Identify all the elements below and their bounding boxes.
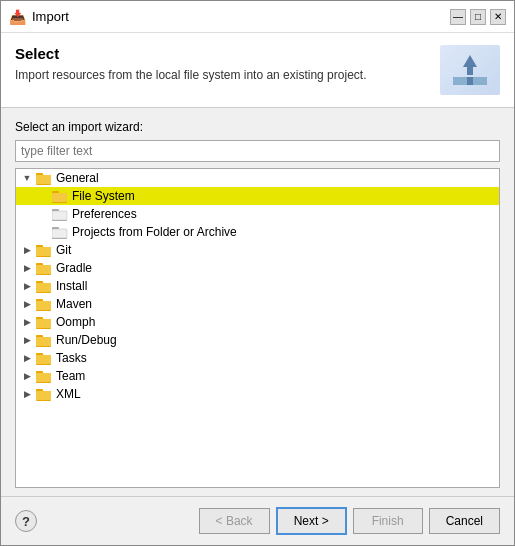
help-button[interactable]: ?	[15, 510, 37, 532]
header-description: Import resources from the local file sys…	[15, 68, 440, 82]
folder-icon-general	[36, 171, 52, 185]
chevron-gradle: ▶	[20, 261, 34, 275]
tree-item-team[interactable]: ▶ Team	[16, 367, 499, 385]
svg-marker-0	[463, 55, 477, 75]
tree-item-git[interactable]: ▶ Git	[16, 241, 499, 259]
spacer-projects	[20, 225, 34, 239]
filter-input[interactable]	[15, 140, 500, 162]
svg-rect-9	[52, 193, 67, 202]
tree-item-filesystem[interactable]: File System	[16, 187, 499, 205]
svg-rect-15	[52, 229, 67, 238]
svg-rect-36	[36, 355, 51, 364]
rundebug-label: Run/Debug	[56, 333, 117, 347]
install-label: Install	[56, 279, 87, 293]
svg-rect-6	[36, 175, 51, 184]
cancel-button[interactable]: Cancel	[429, 508, 500, 534]
tree-item-oomph[interactable]: ▶ Oomph	[16, 313, 499, 331]
content-section: Select an import wizard: ▼ General	[1, 108, 514, 496]
tree-item-tasks[interactable]: ▶ Tasks	[16, 349, 499, 367]
wizard-label: Select an import wizard:	[15, 120, 500, 134]
next-button[interactable]: Next >	[276, 507, 347, 535]
chevron-git: ▶	[20, 243, 34, 257]
minimize-button[interactable]: —	[450, 9, 466, 25]
svg-rect-18	[36, 247, 51, 256]
gradle-label: Gradle	[56, 261, 92, 275]
tree-item-rundebug[interactable]: ▶ Run/Debug	[16, 331, 499, 349]
git-label: Git	[56, 243, 71, 257]
tree-item-projects[interactable]: Projects from Folder or Archive	[16, 223, 499, 241]
window-icon: 📥	[9, 9, 26, 25]
folder-icon-preferences	[52, 207, 68, 221]
svg-rect-42	[36, 391, 51, 400]
back-button[interactable]: < Back	[199, 508, 270, 534]
close-button[interactable]: ✕	[490, 9, 506, 25]
chevron-team: ▶	[20, 369, 34, 383]
folder-icon-projects	[52, 225, 68, 239]
header-section: Select Import resources from the local f…	[1, 33, 514, 108]
folder-icon-filesystem	[52, 189, 68, 203]
chevron-oomph: ▶	[20, 315, 34, 329]
svg-rect-27	[36, 301, 51, 310]
chevron-install: ▶	[20, 279, 34, 293]
tree-container[interactable]: ▼ General	[15, 168, 500, 488]
chevron-general: ▼	[20, 171, 34, 185]
header-image	[440, 45, 500, 95]
header-title: Select	[15, 45, 440, 62]
tree-item-maven[interactable]: ▶ Maven	[16, 295, 499, 313]
svg-rect-2	[453, 77, 467, 85]
footer-section: ? < Back Next > Finish Cancel	[1, 496, 514, 545]
folder-icon-install	[36, 279, 52, 293]
maximize-button[interactable]: □	[470, 9, 486, 25]
svg-rect-12	[52, 211, 67, 220]
filesystem-label: File System	[72, 189, 135, 203]
folder-icon-gradle	[36, 261, 52, 275]
tree-item-xml[interactable]: ▶ XML	[16, 385, 499, 403]
folder-icon-maven	[36, 297, 52, 311]
chevron-xml: ▶	[20, 387, 34, 401]
folder-icon-rundebug	[36, 333, 52, 347]
general-label: General	[56, 171, 99, 185]
title-bar-controls: — □ ✕	[450, 9, 506, 25]
tree-group-general[interactable]: ▼ General	[16, 169, 499, 187]
svg-rect-30	[36, 319, 51, 328]
oomph-label: Oomph	[56, 315, 95, 329]
chevron-rundebug: ▶	[20, 333, 34, 347]
window-title: Import	[32, 9, 450, 24]
team-label: Team	[56, 369, 85, 383]
finish-button[interactable]: Finish	[353, 508, 423, 534]
folder-icon-tasks	[36, 351, 52, 365]
tree-item-install[interactable]: ▶ Install	[16, 277, 499, 295]
tasks-label: Tasks	[56, 351, 87, 365]
tree-item-gradle[interactable]: ▶ Gradle	[16, 259, 499, 277]
folder-icon-team	[36, 369, 52, 383]
svg-rect-33	[36, 337, 51, 346]
spacer-filesystem	[20, 189, 34, 203]
footer-buttons: < Back Next > Finish Cancel	[199, 507, 500, 535]
svg-rect-24	[36, 283, 51, 292]
chevron-maven: ▶	[20, 297, 34, 311]
svg-rect-3	[473, 77, 487, 85]
svg-rect-39	[36, 373, 51, 382]
spacer-preferences	[20, 207, 34, 221]
preferences-label: Preferences	[72, 207, 137, 221]
import-dialog: 📥 Import — □ ✕ Select Import resources f…	[0, 0, 515, 546]
folder-icon-oomph	[36, 315, 52, 329]
folder-icon-xml	[36, 387, 52, 401]
xml-label: XML	[56, 387, 81, 401]
header-text: Select Import resources from the local f…	[15, 45, 440, 82]
projects-label: Projects from Folder or Archive	[72, 225, 237, 239]
tree-item-preferences[interactable]: Preferences	[16, 205, 499, 223]
svg-rect-21	[36, 265, 51, 274]
title-bar: 📥 Import — □ ✕	[1, 1, 514, 33]
maven-label: Maven	[56, 297, 92, 311]
chevron-tasks: ▶	[20, 351, 34, 365]
import-icon-svg	[447, 51, 493, 89]
folder-icon-git	[36, 243, 52, 257]
